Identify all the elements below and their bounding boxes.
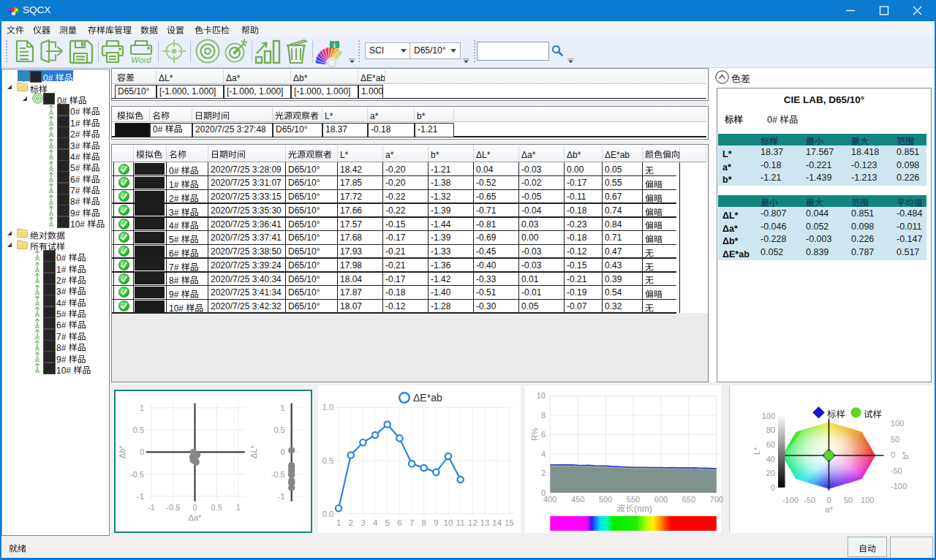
svg-text:600: 600 <box>654 495 668 504</box>
svg-text:ΔE*ab: ΔE*ab <box>605 150 630 160</box>
svg-text:0#: 0# <box>153 124 163 134</box>
svg-text:ΔL*: ΔL* <box>249 444 258 458</box>
svg-text:-50: -50 <box>804 496 815 504</box>
svg-text:a*: a* <box>825 505 833 514</box>
svg-text:0.5: 0.5 <box>133 425 144 434</box>
svg-text:2: 2 <box>349 518 353 527</box>
svg-text:11: 11 <box>456 518 465 527</box>
svg-text:Δa*: Δa* <box>189 513 202 522</box>
svg-text:0: 0 <box>140 447 144 456</box>
svg-text:1: 1 <box>140 404 144 412</box>
svg-text:Δa*: Δa* <box>722 224 738 234</box>
svg-text:10: 10 <box>444 518 453 527</box>
svg-text:6: 6 <box>541 430 546 439</box>
svg-text:400: 400 <box>543 495 556 504</box>
svg-text:500: 500 <box>599 495 612 504</box>
svg-text:5: 5 <box>385 518 389 527</box>
svg-text:ΔL*: ΔL* <box>476 150 491 160</box>
svg-text:R%: R% <box>530 428 539 441</box>
svg-text:50: 50 <box>844 496 853 504</box>
svg-text:0: 0 <box>826 496 831 504</box>
svg-text:L*: L* <box>340 150 349 160</box>
svg-text:100: 100 <box>891 419 904 428</box>
svg-text:-100: -100 <box>891 482 907 491</box>
svg-text:5#: 5# <box>169 235 179 245</box>
svg-text:1: 1 <box>336 518 341 527</box>
svg-text:0: 0 <box>192 503 197 512</box>
svg-text:Δb*: Δb* <box>567 150 581 160</box>
svg-text:4: 4 <box>541 450 546 458</box>
svg-text:0.5: 0.5 <box>211 503 222 512</box>
svg-text:7: 7 <box>410 518 414 527</box>
svg-text:Word: Word <box>131 56 151 64</box>
svg-text:2#: 2# <box>169 193 179 203</box>
svg-text:-1: -1 <box>148 503 155 512</box>
svg-text:1: 1 <box>236 503 241 512</box>
svg-text:0: 0 <box>281 447 285 456</box>
svg-text:12: 12 <box>468 518 478 527</box>
svg-text:80: 80 <box>766 425 775 434</box>
svg-text:a*: a* <box>722 162 731 173</box>
svg-text:9: 9 <box>434 518 438 527</box>
svg-text:-0.5: -0.5 <box>166 503 180 512</box>
svg-text:100: 100 <box>861 496 874 504</box>
svg-text:6: 6 <box>397 518 401 527</box>
svg-text:-0.5: -0.5 <box>271 470 285 479</box>
svg-text:0: 0 <box>771 483 775 492</box>
svg-text:8#: 8# <box>169 276 179 286</box>
svg-text:0#: 0# <box>169 166 179 176</box>
svg-text:a*: a* <box>385 150 394 160</box>
svg-text:60: 60 <box>766 440 775 449</box>
svg-text:Δb*: Δb* <box>722 236 739 246</box>
svg-text:10#: 10# <box>70 219 85 230</box>
svg-text:1.0: 1.0 <box>322 403 333 412</box>
svg-text:-50: -50 <box>891 466 902 475</box>
svg-text:450: 450 <box>571 495 584 504</box>
svg-text:Δa*: Δa* <box>226 73 241 83</box>
svg-text:3: 3 <box>361 518 365 527</box>
svg-text:700: 700 <box>710 495 723 504</box>
svg-text:L*: L* <box>722 149 732 159</box>
svg-text:ΔE*ab: ΔE*ab <box>361 73 385 83</box>
svg-text:10#: 10# <box>56 366 71 376</box>
svg-text:7#: 7# <box>169 262 179 272</box>
svg-text:8: 8 <box>421 518 426 527</box>
svg-text:1: 1 <box>281 404 285 412</box>
svg-text:2: 2 <box>541 469 546 477</box>
svg-text:13: 13 <box>480 518 490 527</box>
svg-text:b*: b* <box>901 451 910 459</box>
svg-text:10: 10 <box>537 391 546 400</box>
svg-text:0: 0 <box>891 450 895 459</box>
svg-text:4#: 4# <box>169 221 179 231</box>
svg-text:ΔE*ab: ΔE*ab <box>722 249 750 260</box>
svg-text:14: 14 <box>492 518 502 527</box>
svg-text:0.5: 0.5 <box>273 425 284 434</box>
svg-text:-0.5: -0.5 <box>130 470 144 479</box>
svg-text:L*: L* <box>752 447 761 455</box>
svg-text:b*: b* <box>431 150 439 160</box>
svg-text:-1: -1 <box>137 492 144 501</box>
svg-text:L*: L* <box>325 111 333 121</box>
svg-text:-100: -100 <box>782 496 799 504</box>
svg-text:ΔL*: ΔL* <box>722 211 739 221</box>
svg-text:10#: 10# <box>169 303 184 313</box>
svg-text:b*: b* <box>722 175 732 185</box>
svg-text:3#: 3# <box>169 207 179 217</box>
svg-text:9#: 9# <box>169 290 179 300</box>
svg-text:8: 8 <box>541 411 546 420</box>
svg-text:0#: 0# <box>767 115 777 125</box>
svg-text:b*: b* <box>417 111 426 121</box>
svg-text:a*: a* <box>370 111 379 121</box>
svg-text:(nm): (nm) <box>634 504 652 514</box>
svg-text:Δb*: Δb* <box>118 444 127 458</box>
svg-text:-1: -1 <box>278 492 285 501</box>
svg-text:100: 100 <box>762 412 775 420</box>
svg-text:0.5: 0.5 <box>322 456 333 465</box>
svg-text:15: 15 <box>505 518 514 527</box>
svg-text:ΔL*: ΔL* <box>159 73 173 83</box>
svg-text:650: 650 <box>682 495 695 504</box>
svg-text:Δa*: Δa* <box>521 150 536 160</box>
svg-text:20: 20 <box>766 469 775 477</box>
svg-text:Δb*: Δb* <box>293 73 308 83</box>
svg-text:6#: 6# <box>169 248 179 258</box>
